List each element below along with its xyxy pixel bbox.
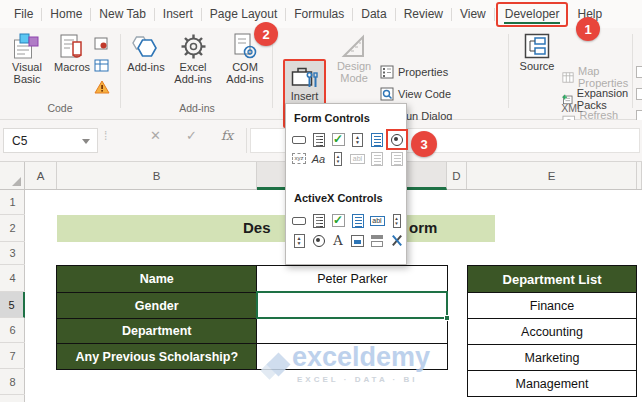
- activex-scroll-bar-icon[interactable]: [291, 232, 307, 249]
- activex-text-box-icon[interactable]: [369, 212, 385, 229]
- title-fragment-right: orm: [409, 219, 437, 236]
- form-combo-list-icon-disabled: [389, 150, 405, 167]
- selected-cell-c5[interactable]: [256, 291, 448, 319]
- form-scroll-bar-icon[interactable]: [330, 150, 346, 167]
- source-icon: [524, 33, 550, 59]
- fill-handle[interactable]: [444, 315, 450, 321]
- form-combo-box-icon[interactable]: [311, 131, 327, 148]
- cell-b4-name-label[interactable]: Name: [56, 265, 256, 292]
- activex-command-button-icon[interactable]: [291, 212, 307, 229]
- form-spin-button-icon[interactable]: [350, 131, 366, 148]
- department-item[interactable]: Management: [467, 370, 636, 396]
- name-box[interactable]: C5: [3, 128, 98, 153]
- activex-option-button-icon[interactable]: [311, 232, 327, 249]
- macros-button[interactable]: Macros: [52, 33, 92, 103]
- form-check-box-icon[interactable]: [330, 131, 346, 148]
- activex-combo-box-icon[interactable]: [311, 212, 327, 229]
- excel-add-ins-button[interactable]: Excel Add-ins: [168, 33, 218, 103]
- xml-group-label: XML: [512, 102, 632, 114]
- cell-b6-department-label[interactable]: Department: [56, 318, 256, 343]
- properties-button[interactable]: Properties: [380, 65, 448, 79]
- cancel-icon[interactable]: ✕: [150, 128, 161, 143]
- form-group-box-icon[interactable]: [311, 150, 327, 167]
- form-list-box-icon[interactable]: [369, 131, 385, 148]
- row-header-6[interactable]: 6: [0, 318, 25, 343]
- activex-list-box-icon[interactable]: [350, 212, 366, 229]
- activex-check-box-icon[interactable]: [330, 212, 346, 229]
- activex-controls-heading: ActiveX Controls: [294, 192, 383, 204]
- formula-bar-drag-handle[interactable]: ⁞: [104, 129, 107, 143]
- tab-data[interactable]: Data: [353, 4, 394, 24]
- insert-controls-label: Insert: [291, 90, 319, 102]
- column-header-b[interactable]: B: [57, 162, 257, 189]
- activex-controls-row-1: [291, 212, 405, 229]
- group-divider: [632, 34, 633, 108]
- form-label-icon[interactable]: [291, 150, 307, 167]
- tab-new-tab[interactable]: New Tab: [91, 4, 153, 24]
- column-header-e[interactable]: E: [467, 162, 637, 189]
- form-list-icon-disabled: [369, 150, 385, 167]
- macros-label: Macros: [54, 61, 90, 73]
- department-item[interactable]: Finance: [467, 292, 636, 318]
- row-header-5-selected[interactable]: 5: [0, 292, 25, 318]
- visual-basic-button[interactable]: Visual Basic: [4, 33, 50, 103]
- properties-icon: [380, 65, 394, 79]
- activex-controls-row-2: [291, 232, 405, 249]
- row-header-7[interactable]: 7: [0, 343, 25, 369]
- source-button[interactable]: Source: [514, 33, 560, 103]
- activex-image-icon[interactable]: [350, 232, 366, 249]
- cell-c7-scholarship-value[interactable]: [256, 343, 447, 369]
- tab-home[interactable]: Home: [42, 4, 90, 24]
- visual-basic-label: Visual Basic: [4, 61, 50, 85]
- row-header-4[interactable]: 4: [0, 265, 25, 292]
- row-header-1[interactable]: 1: [0, 190, 25, 215]
- source-label: Source: [520, 60, 555, 72]
- activex-more-controls-icon[interactable]: [389, 232, 405, 249]
- tab-formulas[interactable]: Formulas: [286, 4, 352, 24]
- group-divider: [272, 34, 273, 108]
- activex-toggle-button-icon[interactable]: [369, 232, 385, 249]
- activex-spin-button-icon[interactable]: [389, 212, 405, 229]
- select-all-corner[interactable]: [0, 162, 25, 189]
- macro-security-button[interactable]: [94, 80, 110, 98]
- enter-icon[interactable]: ✓: [186, 128, 197, 143]
- column-header-f-clipped[interactable]: [637, 162, 642, 189]
- record-macro-button[interactable]: [94, 36, 109, 54]
- tab-view[interactable]: View: [452, 4, 494, 24]
- form-button-icon[interactable]: [291, 131, 307, 148]
- tab-page-layout[interactable]: Page Layout: [202, 4, 285, 24]
- insert-controls-icon: [291, 65, 319, 89]
- department-list-header[interactable]: Department List: [467, 265, 636, 292]
- activex-label-icon[interactable]: [330, 232, 346, 249]
- row-header-3[interactable]: 3: [0, 242, 25, 265]
- cell-c6-department-value[interactable]: [256, 318, 447, 343]
- cell-b5-gender-label[interactable]: Gender: [56, 292, 256, 318]
- tab-file[interactable]: File: [6, 4, 41, 24]
- column-header-d[interactable]: D: [447, 162, 467, 189]
- insert-function-icon[interactable]: fx: [221, 128, 233, 143]
- ribbon-tab-bar: File Home New Tab Insert Page Layout For…: [0, 0, 642, 28]
- add-ins-button[interactable]: Add-ins: [126, 33, 166, 103]
- design-mode-button-disabled: Design Mode: [332, 33, 376, 103]
- tab-insert[interactable]: Insert: [155, 4, 201, 24]
- relative-references-button[interactable]: [94, 58, 109, 76]
- name-box-dropdown-icon[interactable]: [82, 139, 90, 144]
- view-code-icon: [380, 87, 394, 101]
- annotation-step-3: 3: [411, 131, 437, 157]
- cell-b7-scholarship-label[interactable]: Any Previous Scholarship?: [56, 343, 256, 369]
- cell-c4-name-value[interactable]: Peter Parker: [256, 265, 447, 292]
- row-header-2[interactable]: 2: [0, 215, 25, 242]
- tab-review[interactable]: Review: [396, 4, 451, 24]
- view-code-button[interactable]: View Code: [380, 87, 451, 101]
- table-row: Any Previous Scholarship?: [56, 343, 447, 369]
- department-item[interactable]: Marketing: [467, 344, 636, 370]
- department-item[interactable]: Accounting: [467, 318, 636, 344]
- row-header-8[interactable]: 8: [0, 369, 25, 395]
- design-mode-icon: [340, 33, 368, 59]
- tab-divider: [494, 8, 495, 21]
- tab-developer-annotated[interactable]: Developer: [496, 2, 569, 27]
- macro-security-warning-icon: [94, 80, 110, 94]
- column-header-a[interactable]: A: [25, 162, 57, 189]
- table-row: Department: [56, 318, 447, 343]
- option-button-highlight-box: [386, 129, 408, 150]
